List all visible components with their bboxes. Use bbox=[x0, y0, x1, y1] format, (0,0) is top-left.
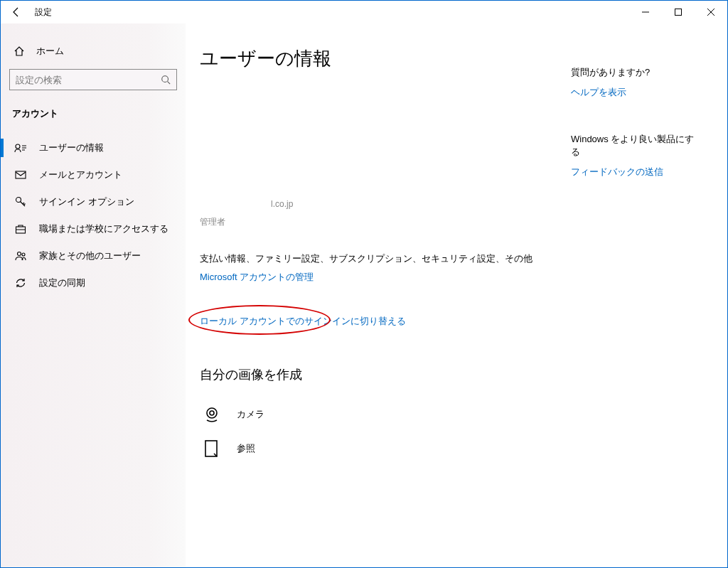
sidebar-item-signin-options[interactable]: サインイン オプション bbox=[9, 188, 177, 215]
svg-point-1 bbox=[162, 76, 168, 82]
sync-icon bbox=[14, 277, 28, 289]
browse-label: 参照 bbox=[237, 442, 255, 455]
svg-point-4 bbox=[16, 198, 21, 203]
create-picture-heading: 自分の画像を作成 bbox=[200, 366, 713, 383]
right-rail: 質問がありますか? ヘルプを表示 Windows をより良い製品にする フィード… bbox=[571, 66, 699, 178]
feedback-link[interactable]: フィードバックの送信 bbox=[571, 166, 699, 178]
home-nav[interactable]: ホーム bbox=[9, 39, 177, 63]
camera-label: カメラ bbox=[237, 408, 264, 421]
person-card-icon bbox=[14, 142, 28, 154]
account-info: l.co.jp 管理者 bbox=[200, 199, 713, 228]
question-heading: 質問がありますか? bbox=[571, 66, 699, 79]
search-input[interactable] bbox=[16, 75, 161, 85]
sidebar-item-email-accounts[interactable]: メールとアカウント bbox=[9, 161, 177, 188]
briefcase-icon bbox=[14, 223, 28, 235]
svg-point-2 bbox=[16, 144, 20, 149]
svg-point-8 bbox=[207, 408, 217, 418]
mail-icon bbox=[14, 169, 28, 181]
titlebar: 設定 bbox=[1, 1, 727, 23]
help-link[interactable]: ヘルプを表示 bbox=[571, 86, 699, 99]
home-icon bbox=[14, 45, 28, 57]
sidebar-section-label: アカウント bbox=[9, 103, 177, 134]
maximize-button[interactable] bbox=[662, 1, 695, 23]
sidebar-item-label: メールとアカウント bbox=[39, 168, 122, 181]
sidebar-item-family[interactable]: 家族とその他のユーザー bbox=[9, 242, 177, 269]
svg-point-9 bbox=[210, 411, 214, 415]
svg-point-6 bbox=[18, 252, 21, 256]
manage-ms-account-link[interactable]: Microsoft アカウントの管理 bbox=[200, 271, 713, 284]
search-icon bbox=[161, 75, 171, 85]
search-box[interactable] bbox=[9, 69, 177, 90]
window-title: 設定 bbox=[35, 6, 52, 18]
sidebar-item-your-info[interactable]: ユーザーの情報 bbox=[9, 134, 177, 161]
sidebar-item-label: 設定の同期 bbox=[39, 277, 85, 289]
account-email: l.co.jp bbox=[271, 199, 713, 209]
account-description: 支払い情報、ファミリー設定、サブスクリプション、セキュリティ設定、その他 bbox=[200, 252, 713, 265]
svg-rect-3 bbox=[16, 171, 26, 178]
back-button[interactable] bbox=[8, 4, 25, 21]
browse-option[interactable]: 参照 bbox=[200, 432, 713, 466]
minimize-button[interactable] bbox=[629, 1, 662, 23]
sidebar-item-work-school[interactable]: 職場または学校にアクセスする bbox=[9, 215, 177, 242]
sidebar-item-label: ユーザーの情報 bbox=[39, 141, 104, 154]
sidebar-item-label: 家族とその他のユーザー bbox=[39, 250, 141, 262]
key-icon bbox=[14, 196, 28, 208]
main-content: ユーザーの情報 l.co.jp 管理者 支払い情報、ファミリー設定、サブスクリプ… bbox=[186, 23, 727, 567]
sidebar-item-sync[interactable]: 設定の同期 bbox=[9, 269, 177, 296]
sidebar: ホーム アカウント ユーザーの情報 メールとアカウント サインイン bbox=[1, 23, 186, 567]
camera-option[interactable]: カメラ bbox=[200, 397, 713, 432]
window-controls bbox=[629, 1, 727, 23]
camera-icon bbox=[200, 402, 224, 427]
account-role: 管理者 bbox=[200, 216, 713, 228]
sidebar-item-label: 職場または学校にアクセスする bbox=[39, 223, 168, 235]
people-icon bbox=[14, 250, 28, 262]
svg-rect-0 bbox=[675, 9, 682, 16]
sidebar-item-label: サインイン オプション bbox=[39, 195, 134, 208]
browse-icon bbox=[200, 436, 224, 461]
home-label: ホーム bbox=[36, 45, 64, 58]
close-button[interactable] bbox=[695, 1, 727, 23]
switch-local-account-link[interactable]: ローカル アカウントでのサインインに切り替える bbox=[200, 316, 406, 326]
improve-heading: Windows をより良い製品にする bbox=[571, 133, 699, 159]
svg-point-7 bbox=[22, 253, 25, 256]
